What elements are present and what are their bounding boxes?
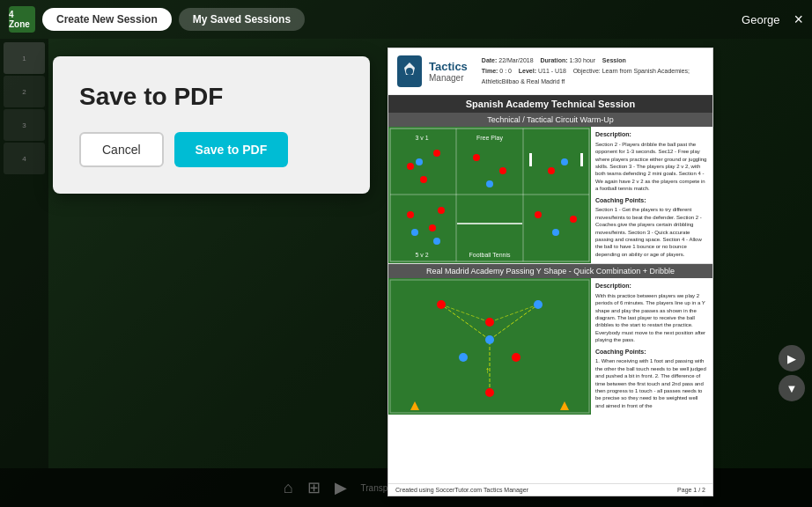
session-title: Spanish Academy Technical Session <box>388 95 712 113</box>
dialog-buttons: Cancel Save to PDF <box>79 132 343 167</box>
svg-point-44 <box>459 353 468 362</box>
svg-text:5 v 2: 5 v 2 <box>415 252 428 258</box>
footer-right: Page 1 / 2 <box>677 487 705 493</box>
svg-point-26 <box>411 229 418 236</box>
top-bar: 4 Zone Create New Session My Saved Sessi… <box>0 0 812 39</box>
drill1-desc: Description: Section 2 - Players dribble… <box>591 127 712 263</box>
svg-point-13 <box>433 150 440 157</box>
drill1-title: Technical / Tactical Circuit Warm-Up <box>388 113 712 127</box>
svg-point-14 <box>420 176 427 183</box>
scroll-down-arrow[interactable]: ▼ <box>779 375 805 401</box>
brand-sub: Manager <box>429 73 468 83</box>
svg-point-16 <box>473 154 480 161</box>
close-icon[interactable]: × <box>794 11 803 29</box>
drill1-image: 3 v 1 Free Play 5 v 2 Football Tennis <box>388 127 591 263</box>
scroll-right-arrow[interactable]: ▶ <box>779 345 805 371</box>
app-logo: 4 Zone <box>9 6 35 33</box>
pdf-dialog: Save to PDF Cancel Save to PDF <box>53 56 370 194</box>
svg-point-2 <box>406 68 413 75</box>
preview-meta: Date: 22/Mar/2018 Duration: 1:30 hour Se… <box>482 55 704 87</box>
svg-point-45 <box>512 353 520 362</box>
modal-overlay: Save to PDF Cancel Save to PDF Tactics M… <box>0 39 812 507</box>
svg-point-27 <box>433 238 440 245</box>
save-pdf-button[interactable]: Save to PDF <box>174 132 289 167</box>
cancel-button[interactable]: Cancel <box>79 132 164 167</box>
tactics-logo <box>397 55 422 87</box>
svg-point-42 <box>534 300 543 309</box>
svg-point-39 <box>485 388 494 397</box>
brand-name: Tactics <box>429 60 468 73</box>
scroll-arrows: ▶ ▼ <box>779 345 805 401</box>
svg-point-40 <box>485 335 494 344</box>
svg-point-15 <box>416 158 423 165</box>
svg-point-24 <box>429 224 436 231</box>
svg-text:Football Tennis: Football Tennis <box>469 252 511 258</box>
tab-saved-sessions[interactable]: My Saved Sessions <box>179 8 305 31</box>
svg-point-21 <box>548 167 555 174</box>
drill1-section: 3 v 1 Free Play 5 v 2 Football Tennis <box>388 127 712 264</box>
svg-rect-19 <box>529 153 532 166</box>
preview-header: Tactics Manager Date: 22/Mar/2018 Durati… <box>388 48 712 95</box>
svg-point-22 <box>561 158 568 165</box>
svg-point-18 <box>486 180 493 187</box>
drill2-title: Real Madrid Academy Passing Y Shape - Qu… <box>388 264 712 278</box>
drill2-section: ↑ Description: With this practice betwee… <box>388 278 712 415</box>
svg-point-43 <box>485 318 494 327</box>
svg-text:↑: ↑ <box>485 365 490 375</box>
footer-left: Created using SoccerTutor.com Tactics Ma… <box>395 487 528 493</box>
svg-text:3 v 1: 3 v 1 <box>415 135 428 141</box>
tab-create-session[interactable]: Create New Session <box>42 8 172 31</box>
svg-point-30 <box>552 229 559 236</box>
svg-point-41 <box>437 300 446 309</box>
drill2-image: ↑ <box>388 278 591 415</box>
svg-point-31 <box>570 216 577 223</box>
tactics-title: Tactics Manager <box>429 60 468 83</box>
svg-point-25 <box>438 207 445 214</box>
svg-point-23 <box>407 211 414 218</box>
dialog-title: Save to PDF <box>79 83 343 111</box>
svg-rect-20 <box>580 153 583 166</box>
drill2-desc: Description: With this practice between … <box>591 278 712 415</box>
svg-text:Free Play: Free Play <box>476 135 503 142</box>
preview-panel: Tactics Manager Date: 22/Mar/2018 Durati… <box>388 48 713 496</box>
svg-point-12 <box>407 163 414 170</box>
svg-point-17 <box>499 167 506 174</box>
user-name: George <box>742 13 779 26</box>
preview-footer: Created using SoccerTutor.com Tactics Ma… <box>388 483 712 496</box>
svg-point-29 <box>535 211 542 218</box>
